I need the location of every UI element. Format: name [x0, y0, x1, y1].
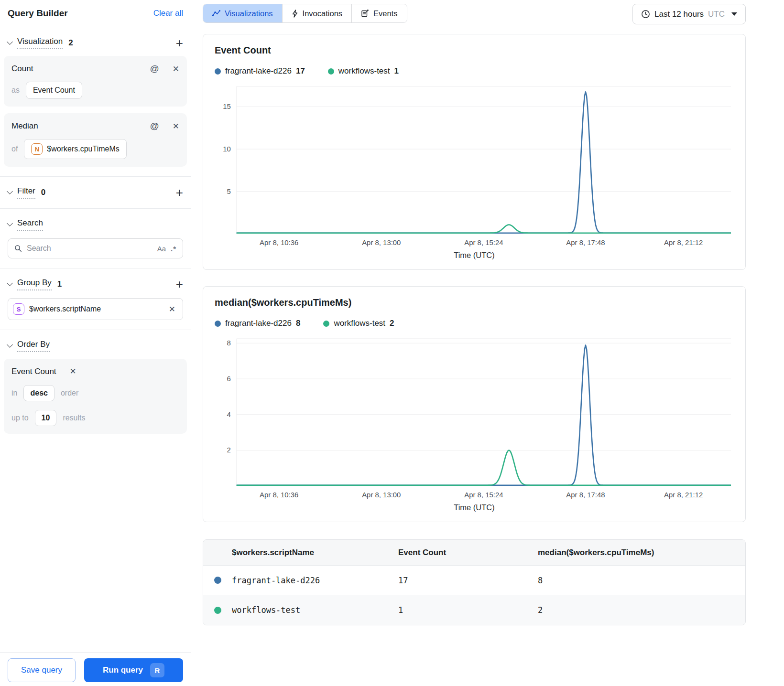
- table-row[interactable]: fragrant-lake-d226 17 8: [203, 566, 745, 595]
- legend-value: 8: [296, 319, 300, 328]
- top-bar: Visualizations Invocations Events: [203, 4, 746, 24]
- clear-all-link[interactable]: Clear all: [153, 9, 183, 18]
- legend-name: fragrant-lake-d226: [225, 319, 292, 328]
- series-dot-blue: [214, 577, 221, 584]
- mention-icon[interactable]: [150, 64, 159, 74]
- svg-text:Apr 8, 10:36: Apr 8, 10:36: [260, 491, 298, 499]
- column-header: $workers.scriptName: [232, 548, 398, 557]
- page-title: Query Builder: [8, 8, 68, 19]
- remove-aggregation-icon[interactable]: [173, 121, 179, 131]
- aggregation-title: Median: [11, 121, 38, 131]
- sidebar-header: Query Builder Clear all: [0, 0, 191, 27]
- order-by-section: Order By Event Count in desc order up to…: [0, 330, 191, 443]
- legend-name: workflows-test: [334, 319, 385, 328]
- add-filter-button[interactable]: [176, 186, 183, 199]
- column-header: Event Count: [398, 548, 538, 557]
- search-section: Search Aa .*: [0, 209, 191, 268]
- aggregation-card-median: Median of N $workers.cpuTimeMs: [4, 113, 187, 167]
- event-count-chart-card: Event Count fragrant-lake-d226 17 workfl…: [203, 34, 746, 270]
- svg-text:6: 6: [227, 375, 231, 383]
- tab-visualizations[interactable]: Visualizations: [203, 4, 282, 22]
- svg-text:Apr 8, 15:24: Apr 8, 15:24: [464, 491, 503, 499]
- save-query-button[interactable]: Save query: [8, 658, 76, 682]
- group-by-section-title: Group By: [17, 278, 52, 290]
- add-visualization-button[interactable]: [176, 37, 183, 49]
- number-type-icon: N: [31, 143, 43, 155]
- median-cputime-chart-card: median($workers.cpuTimeMs) fragrant-lake…: [203, 286, 746, 522]
- order-by-card: Event Count in desc order up to 10 resul…: [4, 359, 187, 434]
- tab-invocations[interactable]: Invocations: [282, 4, 351, 22]
- up-to-label: up to: [11, 414, 29, 422]
- order-direction-selector[interactable]: desc: [23, 385, 54, 401]
- chevron-down-icon[interactable]: [7, 342, 13, 348]
- tab-events[interactable]: Events: [351, 4, 406, 22]
- table-header: $workers.scriptName Event Count median($…: [203, 540, 745, 566]
- group-by-field-value: $workers.scriptName: [29, 305, 157, 313]
- series-dot-green: [323, 321, 329, 327]
- median-cputime-line-chart[interactable]: 2468Apr 8, 10:36Apr 8, 13:00Apr 8, 15:24…: [215, 335, 734, 502]
- series-dot-blue: [215, 68, 221, 75]
- order-by-section-title: Order By: [17, 340, 50, 352]
- script-name-cell: fragrant-lake-d226: [232, 576, 398, 585]
- legend-value: 17: [296, 66, 305, 76]
- chart-line-icon: [212, 10, 220, 17]
- chevron-down-icon[interactable]: [7, 220, 13, 226]
- legend-value: 2: [390, 319, 394, 328]
- time-range-selector[interactable]: Last 12 hours UTC: [632, 4, 746, 24]
- remove-aggregation-icon[interactable]: [173, 64, 179, 74]
- regex-icon[interactable]: .*: [171, 245, 176, 253]
- median-field-value: $workers.cpuTimeMs: [47, 145, 119, 153]
- add-group-by-button[interactable]: [176, 278, 183, 290]
- svg-text:Apr 8, 13:00: Apr 8, 13:00: [362, 491, 401, 499]
- x-axis-title: Time (UTC): [215, 251, 734, 264]
- chart-legend: fragrant-lake-d226 17 workflows-test 1: [215, 66, 734, 76]
- svg-text:8: 8: [227, 339, 231, 347]
- svg-text:Apr 8, 17:48: Apr 8, 17:48: [566, 239, 605, 247]
- alias-field[interactable]: Event Count: [26, 82, 82, 99]
- remove-group-by-icon[interactable]: [162, 299, 183, 320]
- mention-icon[interactable]: [150, 121, 159, 131]
- clock-icon: [641, 10, 650, 19]
- chevron-down-icon[interactable]: [7, 188, 13, 194]
- remove-order-by-icon[interactable]: [70, 366, 76, 376]
- chart-title: median($workers.cpuTimeMs): [215, 297, 734, 308]
- median-field-selector[interactable]: N $workers.cpuTimeMs: [24, 139, 126, 159]
- svg-text:Apr 8, 10:36: Apr 8, 10:36: [260, 239, 298, 247]
- in-label: in: [11, 389, 17, 397]
- visualization-section-title: Visualization: [17, 37, 63, 49]
- event-count-line-chart[interactable]: 51015Apr 8, 10:36Apr 8, 13:00Apr 8, 15:2…: [215, 83, 734, 250]
- run-query-label: Run query: [103, 665, 143, 675]
- legend-item[interactable]: workflows-test 2: [323, 319, 394, 328]
- time-range-value: Last 12 hours: [654, 10, 704, 19]
- legend-value: 1: [394, 66, 399, 76]
- lightning-icon: [292, 10, 298, 18]
- svg-text:Apr 8, 15:24: Apr 8, 15:24: [464, 239, 503, 247]
- table-row[interactable]: workflows-test 1 2: [203, 595, 745, 625]
- legend-item[interactable]: fragrant-lake-d226 17: [215, 66, 305, 76]
- search-input[interactable]: [27, 244, 152, 253]
- script-name-cell: workflows-test: [232, 605, 398, 615]
- visualization-count: 2: [68, 38, 73, 48]
- sidebar-footer: Save query Run query R: [0, 652, 191, 686]
- group-by-field[interactable]: S $workers.scriptName: [8, 298, 183, 320]
- limit-input[interactable]: 10: [35, 410, 57, 426]
- legend-item[interactable]: workflows-test 1: [328, 66, 399, 76]
- event-count-cell: 17: [398, 576, 538, 585]
- results-panel: Visualizations Invocations Events: [191, 0, 784, 686]
- results-table: $workers.scriptName Event Count median($…: [203, 539, 746, 625]
- chevron-down-icon[interactable]: [7, 280, 13, 286]
- order-by-field-title: Event Count: [11, 367, 56, 376]
- chevron-down-icon[interactable]: [7, 39, 13, 45]
- svg-text:Apr 8, 13:00: Apr 8, 13:00: [362, 239, 401, 247]
- run-query-button[interactable]: Run query R: [84, 658, 183, 682]
- legend-item[interactable]: fragrant-lake-d226 8: [215, 319, 300, 328]
- match-case-icon[interactable]: Aa: [157, 245, 166, 253]
- search-icon: [14, 245, 22, 252]
- x-axis-title: Time (UTC): [215, 503, 734, 516]
- legend-name: workflows-test: [338, 66, 390, 76]
- alias-value: Event Count: [33, 86, 75, 95]
- chart-title: Event Count: [215, 45, 734, 56]
- search-section-title: Search: [17, 218, 43, 231]
- svg-text:Apr 8, 17:48: Apr 8, 17:48: [566, 491, 605, 499]
- of-label: of: [11, 145, 18, 153]
